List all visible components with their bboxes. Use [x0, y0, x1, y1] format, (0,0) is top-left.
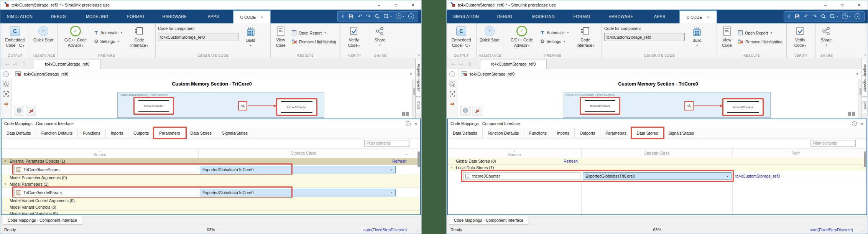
- minimize-button[interactable]: –: [371, 0, 388, 10]
- expander-icon[interactable]: ∨: [450, 166, 452, 169]
- verify-code-button[interactable]: Verify Code▾: [343, 25, 365, 48]
- tab-parameters[interactable]: Parameters: [154, 128, 185, 138]
- forward-icon[interactable]: ⇨: [459, 61, 464, 67]
- source-cell[interactable]: 101010 TriCore0modelParam: [14, 189, 197, 196]
- tab-modeling[interactable]: MODELING: [524, 10, 563, 23]
- maximize-button[interactable]: □: [834, 0, 851, 10]
- tab-hardware[interactable]: HARDWARE: [602, 10, 640, 23]
- update-diagram-icon[interactable]: ⇉: [450, 101, 454, 107]
- table-row[interactable]: tricore0Counter ExportedGlobalbssTriCore…: [448, 171, 866, 181]
- minimize-button[interactable]: –: [817, 0, 834, 10]
- code-interface-button[interactable]: Code Interface▾: [125, 25, 153, 48]
- maximize-button[interactable]: □: [388, 0, 404, 10]
- tab-hardware[interactable]: HARDWARE: [155, 10, 194, 23]
- quick-start-button[interactable]: ✈ Quick Start: [479, 25, 500, 43]
- forward-icon[interactable]: ⇨: [13, 61, 18, 67]
- minimize-ribbon-icon[interactable]: ^: [418, 54, 420, 58]
- embedded-code-button[interactable]: C Embedded Code - C▾: [3, 25, 27, 48]
- solver-link[interactable]: auto(FixedStepDiscrete): [363, 227, 407, 232]
- chevron-down-icon[interactable]: ∨: [391, 191, 393, 194]
- explorer-bar-icon[interactable]: ‹: [3, 71, 9, 77]
- close-button[interactable]: ✕: [851, 0, 868, 10]
- minimize-ribbon-icon[interactable]: ^: [865, 54, 866, 58]
- tab-inports[interactable]: Inports: [106, 128, 128, 138]
- column-storage-class[interactable]: Storage Class: [644, 151, 669, 155]
- data-store-write-block[interactable]: tricore0Counter: [580, 97, 620, 115]
- chevron-down-icon[interactable]: ▼: [409, 73, 413, 76]
- window-resize-grip[interactable]: ⋰: [862, 228, 866, 233]
- collapse-toolstrip-icon[interactable]: ▾: [855, 13, 860, 19]
- data-store-read-block[interactable]: tricore0Counter: [276, 98, 317, 116]
- tab-signals-states[interactable]: Signals/States: [217, 128, 253, 138]
- tab-c-code[interactable]: C CODE ✕: [679, 10, 717, 23]
- chevron-left-icon[interactable]: ❮: [342, 15, 345, 18]
- up-icon[interactable]: ⇧: [467, 61, 472, 67]
- storage-class-dropdown[interactable]: ExportedGlobaldataTriCore0 ∨: [200, 189, 396, 196]
- data-store-write-block[interactable]: tricore0Counter: [133, 97, 174, 115]
- panel-scrollbar[interactable]: [864, 152, 866, 167]
- tab-apps[interactable]: APPS: [194, 10, 233, 23]
- property-inspector-tab[interactable]: Property Inspector: [862, 59, 867, 97]
- property-inspector-tab[interactable]: Property Inspector: [416, 59, 421, 97]
- remove-highlighting-button[interactable]: Remove Highlighting: [738, 39, 783, 44]
- tab-format[interactable]: FORMAT: [563, 10, 602, 23]
- chevron-down-icon[interactable]: ∨: [727, 175, 728, 178]
- model-canvas[interactable]: ⇉ Custom Memory Section - TriCore0 DataS…: [447, 79, 862, 119]
- column-source[interactable]: Source: [508, 153, 521, 157]
- component-name-input[interactable]: [158, 33, 238, 41]
- column-source[interactable]: Source: [94, 153, 106, 157]
- quick-start-button[interactable]: ✈ Quick Start: [33, 25, 54, 43]
- table-row[interactable]: 101010 TriCore0baseParam ExportedGlobald…: [2, 165, 420, 175]
- chevron-down-icon[interactable]: ▼: [856, 73, 859, 76]
- table-row-group[interactable]: ∨ Model Parameters (1): [2, 181, 420, 188]
- panel-dock-icon[interactable]: ▾: [406, 121, 411, 126]
- resize-grip[interactable]: [402, 112, 409, 116]
- column-storage-class[interactable]: Storage Class: [291, 151, 316, 155]
- tab-parameters[interactable]: Parameters: [600, 128, 631, 138]
- build-button[interactable]: +++ Build ▾: [687, 26, 707, 47]
- tab-function-defaults[interactable]: Function Defaults: [483, 128, 524, 138]
- share-button[interactable]: Share ▾: [372, 25, 388, 47]
- code-interface-button[interactable]: Code Interface▾: [572, 25, 599, 48]
- close-button[interactable]: ✕: [404, 0, 421, 10]
- more-icon[interactable]: …: [405, 151, 409, 155]
- component-name-input[interactable]: [604, 33, 685, 41]
- signal-logging-button[interactable]: [472, 106, 482, 115]
- code-mappings-bottom-tab[interactable]: Code Mappings - Component Interface: [3, 216, 82, 225]
- panel-dock-icon[interactable]: ▾: [852, 121, 857, 126]
- save-icon[interactable]: [349, 14, 353, 19]
- refresh-link[interactable]: Refresh: [392, 159, 406, 163]
- panel-scrollbar[interactable]: [418, 152, 420, 167]
- tab-functions[interactable]: Functions: [78, 128, 106, 138]
- automatic-button[interactable]: Automatic▾: [540, 30, 569, 35]
- tab-close-icon[interactable]: ✕: [260, 15, 263, 20]
- path-link[interactable]: tc4xCustomStorage_ref0: [735, 174, 780, 178]
- tab-signals-states[interactable]: Signals/States: [663, 128, 699, 138]
- sort-icon[interactable]: ∧: [514, 150, 515, 152]
- settings-button[interactable]: ⚙ Settings▾: [94, 38, 122, 44]
- zoom-region-icon[interactable]: [3, 81, 9, 87]
- table-row-group[interactable]: Global Data Stores (0) Refresh: [448, 158, 866, 165]
- scrollbar-thumb[interactable]: [860, 88, 861, 95]
- storage-class-dropdown[interactable]: ExportedGlobaldataTriCore0 ∨: [200, 166, 396, 173]
- search-icon[interactable]: [821, 14, 826, 19]
- tab-outports[interactable]: Outports: [128, 128, 154, 138]
- help-icon[interactable]: ?▾: [842, 13, 850, 19]
- redo-icon[interactable]: ↷: [366, 14, 370, 19]
- share-button[interactable]: Share ▾: [818, 25, 835, 47]
- table-row-group[interactable]: Model Variant Control Arguments (0): [2, 198, 420, 204]
- tab-apps[interactable]: APPS: [640, 10, 679, 23]
- filter-input[interactable]: [364, 140, 409, 147]
- table-row[interactable]: 101010 TriCore0modelParam ExportedGlobal…: [2, 188, 420, 198]
- code-tab[interactable]: Code: [416, 98, 421, 113]
- model-canvas[interactable]: ⇉ Custom Memory Section - TriCore0 DataS…: [0, 79, 416, 119]
- update-diagram-icon[interactable]: ⇉: [4, 101, 8, 107]
- resize-grip[interactable]: [848, 112, 855, 116]
- tab-c-code[interactable]: C CODE ✕: [233, 10, 271, 23]
- data-store-read-block[interactable]: tricore0Counter: [722, 98, 764, 116]
- model-document-tab[interactable]: tc4xCustomStorage_ref0: [34, 59, 100, 69]
- tab-debug[interactable]: DEBUG: [39, 10, 78, 23]
- fit-to-view-icon[interactable]: [3, 91, 9, 97]
- undo-icon[interactable]: ↶: [804, 14, 808, 19]
- chevron-down-icon[interactable]: ∨: [391, 168, 393, 171]
